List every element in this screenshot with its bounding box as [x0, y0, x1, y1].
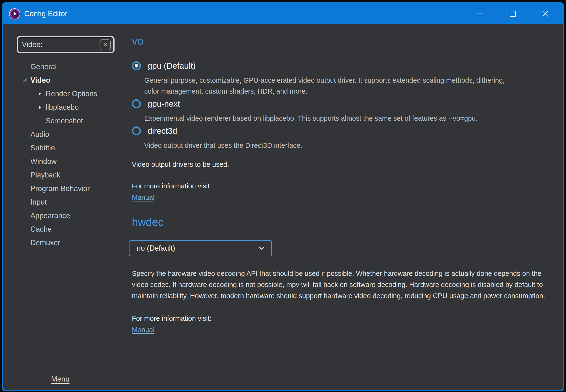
settings-panel: vo gpu (Default) General purpose, custom…: [117, 24, 563, 390]
hwdec-description: Specify the hardware video decoding API …: [132, 268, 554, 301]
vo-section-heading: vo: [132, 33, 563, 48]
tree-item-general[interactable]: General: [17, 60, 117, 73]
tree-item-render-options[interactable]: Render Options: [17, 87, 117, 100]
tree-item-demuxer[interactable]: Demuxer: [17, 236, 117, 250]
maximize-icon: [510, 11, 516, 17]
option-description: Video output driver that uses the Direct…: [144, 140, 520, 151]
tree-item-video[interactable]: Video: [17, 73, 117, 87]
tree-item-appearance[interactable]: Appearance: [17, 209, 117, 222]
window-title: Config Editor: [24, 10, 68, 18]
tree-item-libplacebo[interactable]: libplacebo: [17, 100, 117, 114]
vo-summary: Video output drivers to be used.: [132, 161, 563, 168]
tree-item-label: libplacebo: [46, 103, 79, 112]
radio-gpu[interactable]: [132, 61, 141, 70]
tree-item-label: Render Options: [46, 90, 97, 98]
window-controls: [463, 4, 562, 24]
tree-item-label: General: [30, 62, 57, 71]
close-icon: [542, 10, 549, 17]
tree-item-subtitle[interactable]: Subtitle: [17, 141, 117, 155]
tree-item-playback[interactable]: Playback: [17, 168, 117, 182]
play-triangle-icon: [14, 12, 17, 16]
hwdec-dropdown[interactable]: no (Default): [129, 240, 272, 256]
tree-item-cache[interactable]: Cache: [17, 222, 117, 236]
expanded-arrow-icon[interactable]: [20, 77, 29, 83]
dropdown-value: no (Default): [137, 244, 258, 252]
tree-item-program-behavior[interactable]: Program Behavior: [17, 182, 117, 195]
tree-item-label: Program Behavior: [30, 184, 90, 193]
radio-gpu-next[interactable]: [132, 99, 141, 108]
radio-row[interactable]: direct3d: [132, 125, 563, 137]
minimize-button[interactable]: [463, 4, 496, 24]
option-description: General purpose, customizable, GPU-accel…: [144, 75, 520, 97]
close-button[interactable]: [529, 4, 562, 24]
info-label: For more information visit:: [132, 181, 563, 191]
vo-option-direct3d: direct3d Video output driver that uses t…: [132, 125, 563, 151]
tree-item-screenshot[interactable]: Screenshot: [17, 114, 117, 127]
clear-search-button[interactable]: ✕: [99, 40, 111, 50]
radio-direct3d[interactable]: [132, 126, 141, 135]
manual-link[interactable]: Manual: [132, 192, 155, 203]
option-description: Experimental video renderer based on lib…: [144, 113, 532, 124]
category-tree: General Video Rend: [17, 60, 117, 250]
vo-info-block: For more information visit: Manual: [132, 181, 563, 203]
tree-item-label: Demuxer: [30, 238, 60, 247]
tree-item-label: Subtitle: [30, 144, 55, 152]
vo-option-gpu: gpu (Default) General purpose, customiza…: [132, 60, 563, 97]
manual-link[interactable]: Manual: [132, 324, 155, 335]
radio-label[interactable]: gpu (Default): [148, 61, 196, 70]
search-box: ✕: [17, 36, 114, 53]
radio-row[interactable]: gpu (Default): [132, 60, 563, 71]
title-bar[interactable]: Config Editor: [3, 4, 563, 24]
search-input[interactable]: [18, 40, 99, 49]
tree-item-label: Cache: [30, 225, 52, 234]
tree-item-audio[interactable]: Audio: [17, 127, 117, 141]
radio-label[interactable]: direct3d: [148, 126, 177, 136]
hwdec-info-block: For more information visit: Manual: [132, 313, 563, 335]
tree-item-label: Screenshot: [46, 117, 83, 125]
window-content: ✕ General Video: [3, 24, 563, 390]
tree-item-label: Video: [30, 76, 50, 84]
minimize-icon: [477, 14, 482, 14]
tree-item-label: Audio: [30, 130, 49, 139]
mpv-logo-icon: [9, 8, 20, 19]
collapsed-arrow-icon[interactable]: [35, 105, 44, 110]
info-label: For more information visit:: [132, 313, 563, 323]
maximize-button[interactable]: [496, 4, 529, 24]
clear-icon: ✕: [103, 41, 107, 48]
sidebar: ✕ General Video: [3, 24, 117, 390]
tree-item-window[interactable]: Window: [17, 155, 117, 168]
vo-option-gpu-next: gpu-next Experimental video renderer bas…: [132, 98, 563, 124]
chevron-down-icon: [258, 246, 265, 251]
menu-link[interactable]: Menu: [51, 375, 70, 383]
radio-label[interactable]: gpu-next: [148, 99, 180, 109]
config-editor-window: Config Editor ✕: [2, 2, 564, 391]
tree-item-label: Appearance: [30, 211, 70, 220]
collapsed-arrow-icon[interactable]: [35, 91, 44, 97]
hwdec-section-heading: hwdec: [132, 214, 563, 230]
radio-row[interactable]: gpu-next: [132, 98, 563, 110]
tree-item-label: Window: [30, 157, 57, 166]
tree-item-input[interactable]: Input: [17, 195, 117, 209]
tree-item-label: Input: [30, 198, 47, 207]
tree-item-label: Playback: [30, 171, 60, 179]
